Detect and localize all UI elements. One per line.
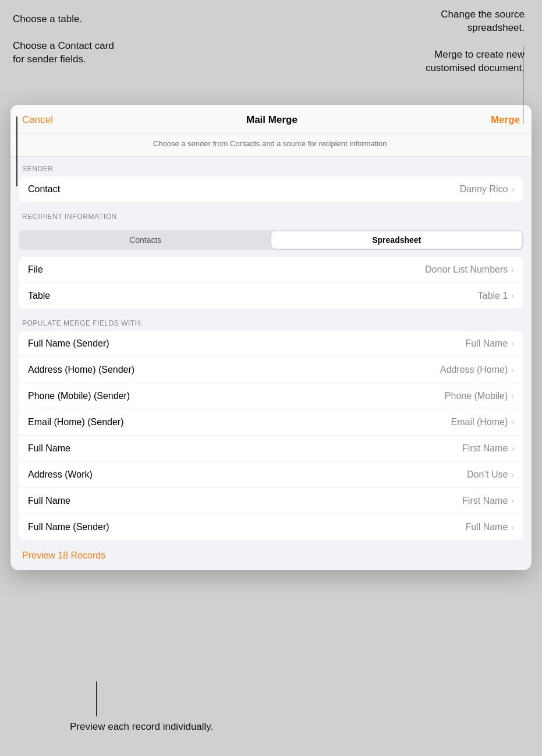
preview-records-button[interactable]: Preview 18 Records [22, 550, 105, 560]
contact-label: Contact [28, 184, 60, 195]
table-chevron-icon: › [511, 291, 514, 301]
callout-top-right: Change the sourcespreadsheet. Merge to c… [396, 8, 525, 75]
callout-bottom-center: Preview each record individually. [70, 720, 268, 734]
file-label: File [28, 264, 43, 275]
recipient-type-segmented: Contacts Spreadsheet [19, 230, 523, 250]
populate-row-7[interactable]: Full Name (Sender) Full Name › [19, 514, 523, 540]
callout-top-left: Choose a table. Choose a Contact cardfor… [13, 13, 147, 66]
recipient-section-label: RECIPIENT INFORMATION [10, 204, 532, 224]
file-table-card: File Donor List.Numbers › Table Table 1 … [19, 257, 523, 309]
callout-preview-each: Preview each record individually. [70, 721, 213, 732]
populate-value-3: Email (Home) › [451, 417, 514, 428]
populate-label-4: Full Name [28, 443, 70, 454]
populate-chevron-0: › [511, 339, 514, 348]
populate-row-1[interactable]: Address (Home) (Sender) Address (Home) › [19, 357, 523, 383]
annotation-line-right [523, 45, 524, 124]
segmented-container: Contacts Spreadsheet [10, 224, 532, 257]
annotation-line-left [16, 116, 17, 186]
populate-value-0: Full Name › [465, 338, 514, 349]
table-value: Table 1 › [478, 291, 514, 301]
populate-row-5[interactable]: Address (Work) Don’t Use › [19, 462, 523, 488]
populate-row-3[interactable]: Email (Home) (Sender) Email (Home) › [19, 409, 523, 436]
callout-change-source: Change the sourcespreadsheet. [396, 8, 525, 35]
file-chevron-icon: › [511, 265, 514, 274]
cancel-button[interactable]: Cancel [22, 114, 53, 126]
modal-header: Cancel Mail Merge Merge [10, 105, 532, 133]
segment-contacts[interactable]: Contacts [20, 231, 271, 249]
populate-label-1: Address (Home) (Sender) [28, 365, 134, 375]
contact-value: Danny Rico › [460, 184, 514, 195]
merge-button[interactable]: Merge [491, 114, 520, 126]
populate-chevron-6: › [511, 496, 514, 506]
populate-chevron-3: › [511, 418, 514, 427]
populate-label-0: Full Name (Sender) [28, 338, 109, 349]
populate-label-3: Email (Home) (Sender) [28, 417, 123, 428]
populate-label-7: Full Name (Sender) [28, 522, 109, 532]
table-row[interactable]: Table Table 1 › [19, 283, 523, 309]
contact-row[interactable]: Contact Danny Rico › [19, 176, 523, 202]
callout-merge-create: Merge to create newcustomised document. [396, 48, 525, 75]
file-value: Donor List.Numbers › [425, 264, 514, 275]
callout-choose-contact: Choose a Contact cardfor sender fields. [13, 40, 147, 66]
populate-chevron-4: › [511, 444, 514, 453]
contact-chevron-icon: › [511, 185, 514, 194]
populate-value-7: Full Name › [465, 522, 514, 532]
populate-label-5: Address (Work) [28, 469, 93, 480]
populate-chevron-7: › [511, 522, 514, 532]
populate-value-5: Don’t Use › [467, 469, 514, 480]
populate-value-4: First Name › [462, 443, 514, 454]
table-label: Table [28, 291, 50, 301]
populate-section-label: POPULATE MERGE FIELDS WITH: [10, 311, 532, 331]
modal-title: Mail Merge [246, 114, 297, 126]
populate-card: Full Name (Sender) Full Name › Address (… [19, 331, 523, 540]
sender-card: Contact Danny Rico › [19, 176, 523, 202]
populate-chevron-1: › [511, 365, 514, 375]
populate-row-6[interactable]: Full Name First Name › [19, 488, 523, 514]
populate-chevron-5: › [511, 470, 514, 479]
annotation-line-bottom [96, 681, 97, 716]
populate-row-2[interactable]: Phone (Mobile) (Sender) Phone (Mobile) › [19, 383, 523, 409]
populate-label-2: Phone (Mobile) (Sender) [28, 391, 130, 401]
callout-choose-table: Choose a table. [13, 13, 147, 26]
modal-subtitle: Choose a sender from Contacts and a sour… [10, 133, 532, 157]
populate-value-2: Phone (Mobile) › [445, 391, 514, 401]
preview-row: Preview 18 Records [10, 542, 532, 570]
populate-row-4[interactable]: Full Name First Name › [19, 436, 523, 462]
populate-row-0[interactable]: Full Name (Sender) Full Name › [19, 331, 523, 357]
sender-section-label: SENDER [10, 157, 532, 176]
populate-value-1: Address (Home) › [440, 365, 514, 375]
populate-chevron-2: › [511, 391, 514, 401]
populate-label-6: Full Name [28, 496, 70, 506]
file-row[interactable]: File Donor List.Numbers › [19, 257, 523, 283]
populate-value-6: First Name › [462, 496, 514, 506]
mail-merge-modal: Cancel Mail Merge Merge Choose a sender … [10, 105, 532, 570]
segment-spreadsheet[interactable]: Spreadsheet [271, 231, 523, 249]
